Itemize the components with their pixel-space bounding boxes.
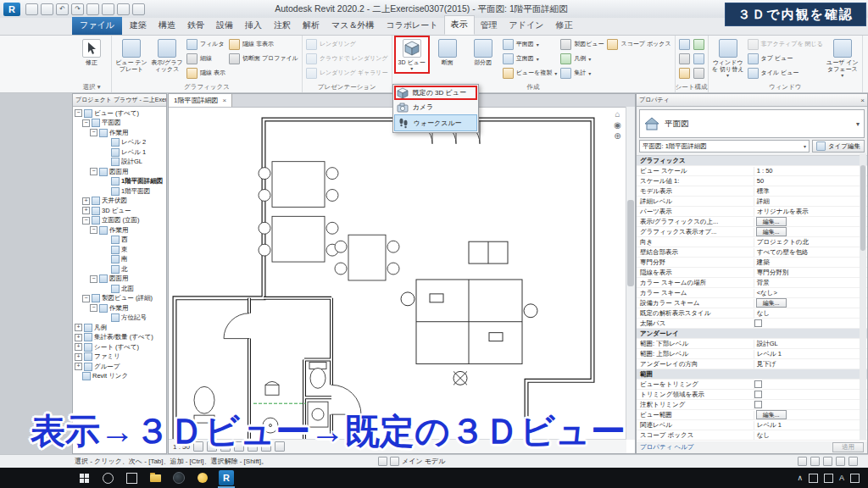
property-row[interactable]: スコープ ボックス なし	[637, 430, 867, 441]
property-value[interactable]: レベル 1	[754, 350, 867, 358]
property-row[interactable]: 範囲: 上部レベル レベル 1	[637, 349, 867, 359]
ime-indicator[interactable]: A	[839, 474, 844, 482]
tree-item[interactable]: + ファミリ	[73, 352, 166, 363]
properties-header[interactable]: プロパティ ×	[637, 94, 867, 107]
close-icon[interactable]: ×	[860, 97, 865, 104]
tree-item[interactable]: Revit リンク	[73, 372, 166, 382]
canvas-vertical-scrollbar[interactable]	[626, 107, 635, 440]
tree-item[interactable]: + 凡例	[73, 323, 166, 333]
property-value[interactable]: プロジェクトの北	[754, 238, 867, 247]
filter-count-icon[interactable]	[836, 457, 845, 466]
tab-collaborate[interactable]: コラボレート	[380, 17, 443, 35]
expand-toggle-icon[interactable]: +	[82, 207, 90, 214]
revisions-button[interactable]	[679, 66, 690, 80]
tag-icon[interactable]	[117, 3, 130, 15]
thin-lines-button[interactable]: 細線	[186, 52, 225, 65]
expand-toggle-icon[interactable]	[103, 140, 109, 146]
property-row[interactable]: 既定の解析表示スタイル なし	[637, 308, 867, 319]
tab-addins[interactable]: アドイン	[504, 17, 550, 35]
tab-modify[interactable]: 修正	[550, 17, 579, 35]
app-button[interactable]	[192, 468, 214, 488]
tree-item[interactable]: レベル 2	[73, 138, 166, 148]
expand-toggle-icon[interactable]: −	[90, 129, 97, 136]
expand-toggle-icon[interactable]: −	[82, 295, 90, 302]
tree-item[interactable]: 方位記号	[73, 313, 166, 324]
property-value[interactable]: 見下げ	[754, 360, 867, 369]
view-template-button[interactable]: ビュー テンプレート	[115, 37, 147, 73]
duplicate-view-button[interactable]: ビューを複製 ▾	[503, 66, 558, 80]
tree-item[interactable]: − 平面図	[73, 119, 166, 129]
tree-item[interactable]: + シート (すべて)	[73, 342, 166, 352]
tab-annotate[interactable]: 注釈	[268, 17, 297, 35]
property-row[interactable]: ビュー範囲 編集...	[637, 410, 867, 420]
property-row[interactable]: カラー スキーム <なし>	[637, 288, 867, 298]
sheet-button[interactable]	[679, 37, 690, 51]
property-row[interactable]: 太陽パス	[637, 319, 867, 329]
property-value[interactable]: 編集...	[756, 227, 787, 236]
expand-toggle-icon[interactable]	[103, 315, 109, 321]
start-button[interactable]	[73, 468, 95, 488]
expand-toggle-icon[interactable]: −	[82, 217, 90, 225]
network-icon[interactable]	[809, 474, 818, 483]
property-value[interactable]: <なし>	[754, 289, 867, 297]
floor-plan-view[interactable]	[169, 107, 626, 440]
tree-item[interactable]: 西	[73, 236, 166, 246]
legend-button[interactable]: 凡例 ▾	[560, 52, 604, 65]
property-row[interactable]: グラフィックス	[637, 156, 867, 166]
menu-item-walkthrough[interactable]: ウォークスルー	[394, 114, 477, 131]
group-label-presentation[interactable]: プレゼンテーション	[303, 83, 392, 92]
group-label-sheet[interactable]: シート構成	[676, 83, 708, 92]
tree-item[interactable]: − 作業用	[73, 128, 166, 138]
tree-item[interactable]: 1階平面図	[73, 186, 166, 197]
render-button[interactable]: レンダリング	[306, 37, 388, 51]
expand-toggle-icon[interactable]: +	[75, 324, 82, 331]
visibility-graphics-button[interactable]: 表示/グラフィックス	[151, 37, 183, 73]
expand-toggle-icon[interactable]: −	[90, 275, 97, 283]
expand-toggle-icon[interactable]: −	[75, 109, 82, 117]
property-row[interactable]: モデル表示 標準	[637, 186, 867, 197]
tree-item[interactable]: レベル 1	[73, 147, 166, 158]
tab-massing[interactable]: マス＆外構	[326, 17, 380, 35]
property-row[interactable]: 詳細レベル 詳細	[637, 197, 867, 207]
elevation-button[interactable]: 立面図 ▾	[503, 52, 558, 65]
cut-profile-button[interactable]: 切断面 プロファイル	[229, 52, 298, 65]
group-label-window[interactable]: ウィンドウ	[709, 83, 862, 92]
editable-only-icon[interactable]	[798, 457, 807, 466]
tree-item[interactable]: 1階平面詳細図	[73, 177, 166, 187]
steering-wheel-icon[interactable]: ◉	[614, 120, 621, 130]
tab-file[interactable]: ファイル	[72, 17, 122, 35]
section-button[interactable]: 断面	[431, 37, 464, 66]
tile-views-button[interactable]: タイル ビュー	[748, 66, 823, 80]
save-icon[interactable]	[41, 3, 53, 15]
tray-expand-icon[interactable]: ∧	[797, 474, 803, 482]
expand-toggle-icon[interactable]: +	[75, 363, 82, 370]
print-icon[interactable]	[86, 3, 99, 15]
remove-hidden-button[interactable]: 隠線 非表示	[229, 37, 298, 51]
scope-box-button[interactable]: スコープ ボックス	[607, 37, 670, 51]
title-block-button[interactable]	[679, 52, 690, 65]
tab-architecture[interactable]: 建築	[124, 17, 153, 35]
modify-button[interactable]: 修正	[75, 37, 108, 66]
expand-toggle-icon[interactable]	[103, 257, 109, 263]
tree-item[interactable]: 設計GL	[73, 158, 166, 168]
design-options-icon[interactable]	[390, 457, 399, 466]
property-value[interactable]: 編集...	[756, 217, 787, 226]
property-value[interactable]: 標準	[754, 187, 867, 196]
tree-item[interactable]: 東	[73, 245, 166, 255]
property-value[interactable]	[754, 391, 762, 398]
property-value[interactable]	[754, 380, 762, 388]
property-row[interactable]: 専門分野 建築	[637, 258, 867, 268]
property-row[interactable]: 設備カラー スキーム 編集...	[637, 298, 867, 308]
expand-toggle-icon[interactable]: −	[90, 226, 97, 234]
tree-item[interactable]: 北面	[73, 284, 166, 294]
callout-button[interactable]: 部分図	[467, 37, 499, 66]
property-value[interactable]: なし	[754, 431, 867, 440]
expand-toggle-icon[interactable]: −	[90, 304, 97, 312]
property-row[interactable]: 注釈トリミング	[637, 400, 867, 410]
property-row[interactable]: アンダーレイ	[637, 329, 867, 339]
drafting-view-button[interactable]: 製図ビュー	[560, 37, 604, 51]
guide-grid-button[interactable]	[693, 37, 704, 51]
expand-toggle-icon[interactable]	[103, 247, 109, 252]
expand-toggle-icon[interactable]: +	[75, 353, 82, 361]
expand-toggle-icon[interactable]	[103, 149, 109, 155]
